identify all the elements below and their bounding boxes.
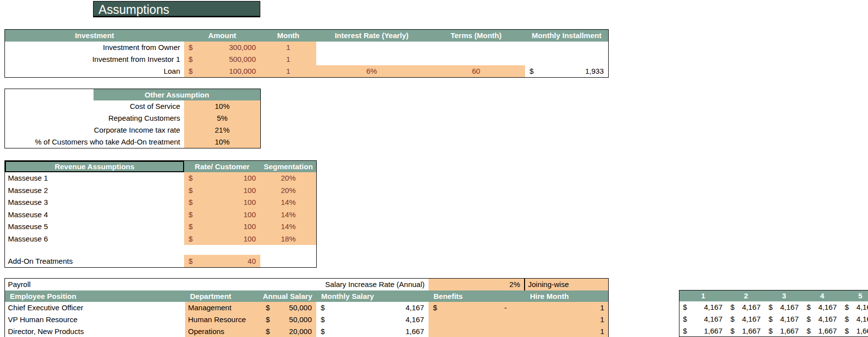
- month-cell[interactable]: 1: [260, 65, 316, 77]
- segmentation-cell[interactable]: 20%: [260, 185, 316, 197]
- assumption-value-cell[interactable]: 10%: [184, 100, 260, 112]
- annual-salary-cell[interactable]: $50,000: [261, 302, 316, 314]
- investment-header[interactable]: Investment: [5, 30, 184, 42]
- terms-header[interactable]: Terms (Month): [427, 30, 525, 42]
- monthly-installment-header[interactable]: Monthly Installment: [525, 30, 608, 42]
- amount-cell[interactable]: $300,000: [184, 42, 260, 53]
- addon-rate-cell[interactable]: $40: [184, 255, 260, 267]
- department-cell[interactable]: Operations: [185, 326, 261, 337]
- annual-salary-cell[interactable]: $50,000: [261, 314, 316, 326]
- segmentation-cell[interactable]: 20%: [260, 172, 316, 185]
- segmentation-cell[interactable]: 14%: [260, 209, 316, 221]
- department-cell[interactable]: Management: [185, 302, 261, 314]
- amount-cell[interactable]: $100,000: [184, 65, 260, 77]
- masseuse-label-cell[interactable]: Masseuse 3: [5, 196, 184, 209]
- month-column-header[interactable]: 5: [841, 290, 868, 301]
- assumption-value-cell[interactable]: 5%: [184, 112, 260, 124]
- employee-position-header[interactable]: Employee Position: [5, 290, 185, 302]
- interest-cell[interactable]: [316, 42, 427, 53]
- schedule-cell[interactable]: $1,667: [679, 325, 727, 337]
- month-column-header[interactable]: 2: [727, 290, 765, 301]
- annual-salary-cell[interactable]: $20,000: [261, 326, 316, 337]
- interest-cell[interactable]: [316, 53, 427, 65]
- masseuse-label-cell[interactable]: Masseuse 1: [5, 172, 184, 185]
- monthly-salary-cell[interactable]: $1,667: [316, 326, 429, 337]
- rate-cell[interactable]: $100: [184, 196, 260, 209]
- segmentation-header[interactable]: Segmentation: [260, 161, 316, 172]
- rate-cell[interactable]: $100: [184, 172, 260, 185]
- hire-month-cell[interactable]: 1: [525, 314, 608, 326]
- schedule-cell[interactable]: $4,167: [765, 313, 803, 325]
- department-cell[interactable]: Human Resource: [185, 314, 261, 326]
- monthly-salary-cell[interactable]: $4,167: [316, 302, 429, 314]
- schedule-cell[interactable]: $4,167: [727, 313, 765, 325]
- hire-month-header[interactable]: Hire Month: [525, 290, 608, 302]
- hire-month-cell[interactable]: 1: [525, 326, 608, 337]
- other-assumptions-header[interactable]: Other Assumption: [94, 89, 260, 100]
- salary-increase-value-cell[interactable]: 2%: [429, 279, 525, 290]
- segmentation-cell[interactable]: 14%: [260, 196, 316, 209]
- investment-label-cell[interactable]: Investment from Investor 1: [5, 53, 184, 65]
- amount-cell[interactable]: $500,000: [184, 53, 260, 65]
- assumption-label-cell[interactable]: Repeating Customers: [5, 112, 184, 124]
- payroll-label-cell[interactable]: Payroll: [5, 279, 316, 290]
- terms-cell[interactable]: 60: [427, 65, 525, 77]
- schedule-cell[interactable]: $4,167: [679, 301, 727, 313]
- month-cell[interactable]: 1: [260, 42, 316, 53]
- segmentation-cell[interactable]: 14%: [260, 221, 316, 233]
- schedule-cell[interactable]: $4,167: [803, 301, 841, 313]
- amount-header[interactable]: Amount: [184, 30, 260, 42]
- assumption-value-cell[interactable]: 21%: [184, 124, 260, 136]
- interest-rate-header[interactable]: Interest Rate (Yearly): [316, 30, 427, 42]
- schedule-cell[interactable]: $1,667: [765, 325, 803, 337]
- benefits-cell[interactable]: [429, 314, 525, 326]
- terms-cell[interactable]: [427, 42, 525, 53]
- schedule-cell[interactable]: $1,667: [841, 325, 868, 337]
- schedule-cell[interactable]: $1,667: [803, 325, 841, 337]
- benefits-header[interactable]: Benefits: [429, 290, 525, 302]
- revenue-assumptions-header[interactable]: Revenue Assumptions: [5, 161, 184, 172]
- employee-position-cell[interactable]: Director, New Products: [5, 326, 185, 337]
- department-header[interactable]: Department: [185, 290, 261, 302]
- monthly-salary-cell[interactable]: $4,167: [316, 314, 429, 326]
- installment-cell[interactable]: $1,933: [525, 65, 608, 77]
- monthly-salary-header[interactable]: Monthly Salary: [316, 290, 429, 302]
- masseuse-label-cell[interactable]: Masseuse 5: [5, 221, 184, 233]
- addon-label-cell[interactable]: Add-On Treatments: [5, 255, 184, 267]
- benefits-cell[interactable]: [429, 326, 525, 337]
- employee-position-cell[interactable]: VP Human Resource: [5, 314, 185, 326]
- schedule-cell[interactable]: $1,667: [727, 325, 765, 337]
- assumption-value-cell[interactable]: 10%: [184, 136, 260, 148]
- assumption-label-cell[interactable]: Corporate Income tax rate: [5, 124, 184, 136]
- investment-label-cell[interactable]: Investment from Owner: [5, 42, 184, 53]
- rate-cell[interactable]: $100: [184, 221, 260, 233]
- schedule-cell[interactable]: $4,167: [727, 301, 765, 313]
- rate-cell[interactable]: $100: [184, 233, 260, 245]
- salary-increase-label-cell[interactable]: Salary Increase Rate (Annual): [316, 279, 429, 290]
- installment-cell[interactable]: [525, 53, 608, 65]
- schedule-cell[interactable]: $4,167: [841, 313, 868, 325]
- rate-cell[interactable]: $100: [184, 209, 260, 221]
- hire-month-cell[interactable]: 1: [525, 302, 608, 314]
- installment-cell[interactable]: [525, 42, 608, 53]
- month-column-header[interactable]: 4: [803, 290, 841, 301]
- annual-salary-header[interactable]: Annual Salary: [261, 290, 316, 302]
- rate-per-customer-header[interactable]: Rate/ Customer: [184, 161, 260, 172]
- assumption-label-cell[interactable]: % of Customers who take Add-On treatment: [5, 136, 184, 148]
- benefits-cell[interactable]: $-: [429, 302, 525, 314]
- month-header[interactable]: Month: [260, 30, 316, 42]
- investment-label-cell[interactable]: Loan: [5, 65, 184, 77]
- schedule-cell[interactable]: $4,167: [765, 301, 803, 313]
- month-column-header[interactable]: 3: [765, 290, 803, 301]
- masseuse-label-cell[interactable]: Masseuse 4: [5, 209, 184, 221]
- addon-segmentation-cell[interactable]: [260, 255, 316, 267]
- masseuse-label-cell[interactable]: Masseuse 6: [5, 233, 184, 245]
- schedule-cell[interactable]: $4,167: [841, 301, 868, 313]
- month-cell[interactable]: 1: [260, 53, 316, 65]
- joining-wise-cell[interactable]: Joining-wise: [525, 279, 608, 290]
- masseuse-label-cell[interactable]: Masseuse 2: [5, 185, 184, 197]
- rate-cell[interactable]: $100: [184, 185, 260, 197]
- month-column-header[interactable]: 1: [679, 290, 727, 301]
- assumption-label-cell[interactable]: Cost of Service: [5, 100, 184, 112]
- segmentation-cell[interactable]: 18%: [260, 233, 316, 245]
